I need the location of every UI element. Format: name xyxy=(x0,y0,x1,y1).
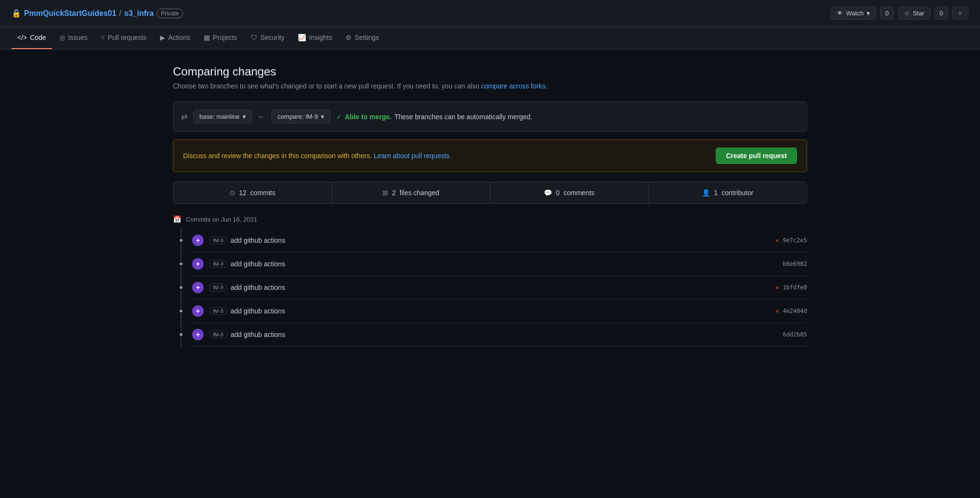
commit-info: IM-9 add github actions xyxy=(209,307,770,315)
commit-branch: IM-9 xyxy=(209,237,227,244)
security-icon: 🛡 xyxy=(251,34,257,41)
tab-code[interactable]: </> Code xyxy=(12,27,52,49)
commits-icon: ⊙ xyxy=(230,189,235,197)
tab-settings-label: Settings xyxy=(355,34,379,41)
avatar xyxy=(192,305,204,317)
comments-count: 0 xyxy=(556,189,560,197)
comments-icon: 💬 xyxy=(544,189,552,197)
x-icon: ✕ xyxy=(775,284,779,291)
tab-settings[interactable]: ⚙ Settings xyxy=(340,27,385,49)
commit-message[interactable]: add github actions xyxy=(231,284,285,291)
tab-security-label: Security xyxy=(260,34,285,41)
stat-commits[interactable]: ⊙ 12 commits xyxy=(173,182,332,203)
merge-auto-text: These branches can be automatically merg… xyxy=(394,113,532,121)
compare-across-forks-link[interactable]: compare across forks. xyxy=(481,82,548,90)
chevron-down-icon: ▾ xyxy=(243,113,246,120)
create-pr-button[interactable]: Create pull request xyxy=(716,148,797,164)
top-bar-actions: 👁 Watch ▾ 0 ☆ Star 0 ⑂ xyxy=(831,7,968,20)
tab-projects[interactable]: ▦ Projects xyxy=(198,27,243,49)
hash-value[interactable]: 4e2404d xyxy=(783,308,807,314)
hash-value[interactable]: 1bfdfe0 xyxy=(783,284,807,291)
star-label: Star xyxy=(913,10,924,17)
tab-issues[interactable]: ◎ Issues xyxy=(54,27,93,49)
files-icon: ⊞ xyxy=(382,189,388,197)
stat-files[interactable]: ⊞ 2 files changed xyxy=(332,182,490,203)
avatar xyxy=(192,235,204,246)
commit-hash: 6dd2b85 xyxy=(783,331,807,338)
commit-message[interactable]: add github actions xyxy=(231,331,285,338)
hash-value[interactable]: 6dd2b85 xyxy=(783,331,807,338)
lock-icon: 🔒 xyxy=(12,9,21,18)
projects-icon: ▦ xyxy=(204,34,210,41)
hash-value[interactable]: 9e7c2e5 xyxy=(783,237,807,244)
subtitle-text: Choose two branches to see what's change… xyxy=(173,82,479,90)
repo-name[interactable]: s3_infra xyxy=(124,9,154,18)
commit-hash: ✕ 4e2404d xyxy=(775,308,807,314)
tab-projects-label: Projects xyxy=(213,34,237,41)
eye-icon: 👁 xyxy=(837,10,843,17)
tab-insights[interactable]: 📈 Insights xyxy=(292,27,338,49)
avatar xyxy=(192,282,204,293)
tab-pull-requests-label: Pull requests xyxy=(108,34,147,41)
commit-branch: IM-9 xyxy=(209,331,227,338)
learn-link[interactable]: Learn about pull requests xyxy=(374,152,450,160)
notification-text: Discuss and review the changes in this c… xyxy=(183,152,450,160)
star-count: 0 xyxy=(934,7,948,20)
commit-item: IM-9 add github actions ✕ 1bfdfe0 xyxy=(192,276,807,299)
commit-dot xyxy=(179,261,184,266)
commit-timeline: IM-9 add github actions ✕ 9e7c2e5 IM-9 a… xyxy=(173,229,807,347)
contributors-label: contributor xyxy=(722,189,753,197)
commit-dot xyxy=(179,238,184,243)
compare-bar: ⇄ base: mainline ▾ ← compare: IM-9 ▾ ✓ A… xyxy=(173,101,807,132)
base-branch-select[interactable]: base: mainline ▾ xyxy=(193,110,252,124)
avatar xyxy=(192,258,204,270)
hash-value[interactable]: b6e6902 xyxy=(783,261,807,267)
x-icon: ✕ xyxy=(775,237,779,244)
commit-hash: ✕ 1bfdfe0 xyxy=(775,284,807,291)
commit-dot xyxy=(179,332,184,337)
tab-actions[interactable]: ▶ Actions xyxy=(154,27,196,49)
contributors-icon: 👤 xyxy=(702,189,710,197)
commit-item: IM-9 add github actions ✕ 9e7c2e5 xyxy=(192,229,807,252)
checkmark-icon: ✓ xyxy=(336,113,342,121)
merge-status: ✓ Able to merge. These branches can be a… xyxy=(336,113,532,121)
commits-count: 12 xyxy=(239,189,247,197)
compare-branch-label: compare: IM-9 xyxy=(278,113,318,120)
tab-security[interactable]: 🛡 Security xyxy=(245,27,291,49)
commits-label: commits xyxy=(250,189,275,197)
fork-button[interactable]: ⑂ xyxy=(952,7,968,20)
watch-button[interactable]: 👁 Watch ▾ xyxy=(831,7,876,20)
stat-comments[interactable]: 💬 0 comments xyxy=(490,182,649,203)
page-subtitle: Choose two branches to see what's change… xyxy=(173,82,807,90)
commit-item: IM-9 add github actions b6e6902 xyxy=(192,252,807,276)
commit-hash: b6e6902 xyxy=(783,261,807,267)
commit-hash: ✕ 9e7c2e5 xyxy=(775,237,807,244)
x-icon: ✕ xyxy=(775,308,779,314)
tab-code-label: Code xyxy=(30,34,46,41)
org-name[interactable]: PmmQuickStartGuides01 xyxy=(24,9,116,18)
calendar-icon: 📅 xyxy=(173,215,181,223)
commits-date: Commits on Jun 16, 2021 xyxy=(186,216,257,223)
watch-count: 0 xyxy=(880,7,894,20)
notification-bar: Discuss and review the changes in this c… xyxy=(173,139,807,172)
commit-message[interactable]: add github actions xyxy=(231,237,285,244)
files-count: 2 xyxy=(392,189,396,197)
commit-message[interactable]: add github actions xyxy=(231,260,285,268)
compare-branch-select[interactable]: compare: IM-9 ▾ xyxy=(271,110,331,124)
repo-title: 🔒 PmmQuickStartGuides01 / s3_infra Priva… xyxy=(12,9,183,18)
page-title: Comparing changes xyxy=(173,65,807,78)
commit-info: IM-9 add github actions xyxy=(209,260,777,268)
star-icon: ☆ xyxy=(904,10,910,17)
stat-contributors[interactable]: 👤 1 contributor xyxy=(649,182,807,203)
issues-icon: ◎ xyxy=(60,34,65,41)
comments-label: comments xyxy=(564,189,595,197)
files-label: files changed xyxy=(400,189,440,197)
commit-item: IM-9 add github actions 6dd2b85 xyxy=(192,323,807,347)
base-branch-label: base: mainline xyxy=(199,113,240,120)
commit-branch: IM-9 xyxy=(209,260,227,268)
stats-bar: ⊙ 12 commits ⊞ 2 files changed 💬 0 comme… xyxy=(173,182,807,204)
fork-icon: ⑂ xyxy=(958,10,962,17)
star-button[interactable]: ☆ Star xyxy=(898,7,931,20)
commit-message[interactable]: add github actions xyxy=(231,307,285,315)
tab-pull-requests[interactable]: ⑂ Pull requests xyxy=(95,27,152,49)
